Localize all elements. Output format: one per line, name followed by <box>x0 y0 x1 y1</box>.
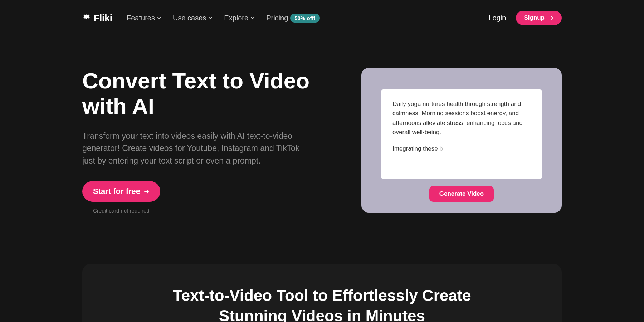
hero-title: Convert Text to Video with AI <box>82 68 333 119</box>
credit-card-note: Credit card not required <box>82 208 333 214</box>
nav-links: Features Use cases Explore <box>127 14 320 23</box>
navbar: Fliki Features Use cases Explore <box>82 0 562 36</box>
hero: Convert Text to Video with AI Transform … <box>82 36 562 214</box>
nav-label: Explore <box>224 14 248 22</box>
chevron-down-icon <box>157 16 161 20</box>
nav-usecases[interactable]: Use cases <box>173 14 213 22</box>
hero-subtitle: Transform your text into videos easily w… <box>82 130 311 167</box>
demo-paragraph-1: Daily yoga nurtures health through stren… <box>392 99 531 137</box>
logo-icon <box>82 14 91 22</box>
arrow-right-icon <box>144 189 150 194</box>
hero-right: Daily yoga nurtures health through stren… <box>361 68 562 213</box>
nav-features[interactable]: Features <box>127 14 161 22</box>
login-link[interactable]: Login <box>488 14 506 22</box>
logo[interactable]: Fliki <box>82 13 112 24</box>
generate-video-button[interactable]: Generate Video <box>429 186 494 202</box>
signup-label: Signup <box>524 14 545 21</box>
start-label: Start for free <box>93 187 140 196</box>
nav-label: Features <box>127 14 155 22</box>
logo-text: Fliki <box>94 13 112 24</box>
generate-wrapper: Generate Video <box>381 186 542 202</box>
discount-badge: 50% off! <box>290 14 319 23</box>
demo-textarea[interactable]: Daily yoga nurtures health through stren… <box>381 89 542 179</box>
demo-paragraph-2: Integrating these b <box>392 144 531 153</box>
chevron-down-icon <box>250 16 255 20</box>
demo-card: Daily yoga nurtures health through stren… <box>361 68 562 213</box>
nav-right: Login Signup <box>488 11 562 25</box>
signup-button[interactable]: Signup <box>516 11 562 25</box>
hero-left: Convert Text to Video with AI Transform … <box>82 68 333 214</box>
nav-label: Use cases <box>173 14 206 22</box>
arrow-right-icon <box>548 15 554 21</box>
nav-label: Pricing <box>266 14 288 22</box>
nav-pricing[interactable]: Pricing 50% off! <box>266 14 319 23</box>
chevron-down-icon <box>208 16 213 20</box>
nav-explore[interactable]: Explore <box>224 14 255 22</box>
section-tool: Text-to-Video Tool to Effortlessly Creat… <box>82 264 562 322</box>
start-free-button[interactable]: Start for free <box>82 181 160 202</box>
nav-left: Fliki Features Use cases Explore <box>82 13 320 24</box>
section-tool-title: Text-to-Video Tool to Effortlessly Creat… <box>97 285 547 322</box>
